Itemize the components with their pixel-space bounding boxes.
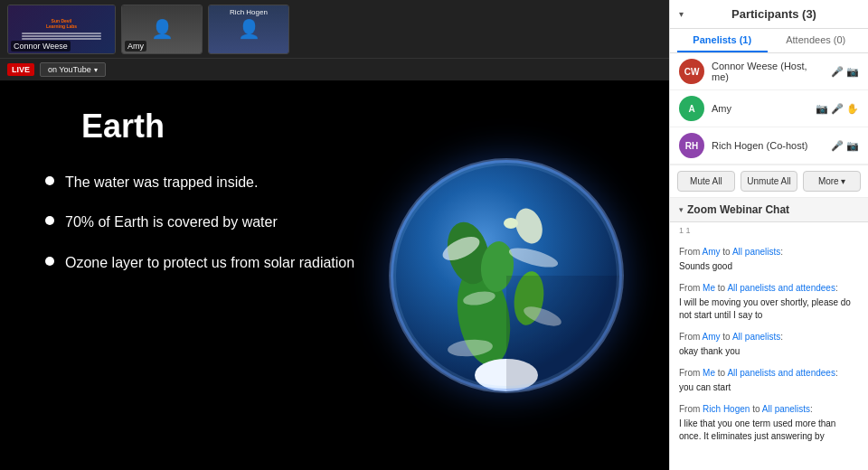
avatar-amy: A <box>679 96 704 121</box>
slide-thumb-label: Connor Weese <box>11 41 71 52</box>
icons-amy: 📷 🎤 ✋ <box>816 103 859 115</box>
chat-text-5: I like that you one term used more than … <box>679 418 859 443</box>
participants-title: Participants (3) <box>689 7 859 21</box>
tab-attendees[interactable]: Attendees (0) <box>771 29 862 52</box>
chat-title: Zoom Webinar Chat <box>687 203 789 216</box>
live-badge: LIVE <box>7 63 34 76</box>
chat-text-2: I will be moving you over shortly, pleas… <box>679 296 859 322</box>
chat-link-3[interactable]: All panelists <box>732 332 780 342</box>
chat-sender-rich: Rich Hogen <box>703 404 750 414</box>
chat-chevron-icon[interactable]: ▾ <box>679 205 684 214</box>
chat-link-4[interactable]: All panelists and attendees <box>727 368 835 378</box>
name-rich: Rich Hogen (Co-host) <box>712 140 824 151</box>
mic-muted-icon: 🎤 <box>831 66 844 78</box>
chat-sender-me-2: Me <box>703 368 715 378</box>
chat-numbers: 1 1 <box>670 222 868 239</box>
chat-sender-me-1: Me <box>703 283 715 293</box>
chat-header: ▾ Zoom Webinar Chat <box>670 198 868 222</box>
svg-point-7 <box>504 218 518 229</box>
hand-icon-amy: ✋ <box>846 103 859 115</box>
sidebar: ▾ Participants (3) Panelists (1) Attende… <box>669 0 868 470</box>
more-button[interactable]: More ▾ <box>803 171 861 192</box>
chat-from-4: From Me to All panelists and attendees: <box>679 367 859 380</box>
chat-sender-amy-2: Amy <box>703 332 721 342</box>
slide-area: Earth The water was trapped inside. 70% … <box>0 80 669 470</box>
chat-message-5: From Rich Hogen to All panelists: I like… <box>679 403 859 443</box>
amy-thumbnail[interactable]: 👤 Amy <box>121 5 203 54</box>
slide-content: Earth The water was trapped inside. 70% … <box>0 80 669 470</box>
slide-left: Earth The water was trapped inside. 70% … <box>27 99 371 452</box>
chat-from-2: From Me to All panelists and attendees: <box>679 282 859 295</box>
participants-chevron-icon[interactable]: ▾ <box>679 9 684 19</box>
controls-bar: Mute All Unmute All More ▾ <box>670 165 868 198</box>
participant-connor: CW Connor Weese (Host, me) 🎤 📷 <box>670 53 868 90</box>
video-bar: Sun DevilLearning Labs Connor Weese 👤 Am… <box>0 0 669 59</box>
rich-name-overlay: Rich Hogen <box>230 8 268 16</box>
participant-rich: RH Rich Hogen (Co-host) 🎤 📷 <box>670 127 868 164</box>
chat-text-4: you can start <box>679 381 859 394</box>
avatar-connor: CW <box>679 59 704 84</box>
camera-off-rich: 📷 <box>846 140 859 152</box>
avatar-rich: RH <box>679 133 704 158</box>
camera-off-icon: 📷 <box>846 66 859 78</box>
rich-thumbnail[interactable]: 👤 Rich Hogen <box>208 5 289 54</box>
icons-connor: 🎤 📷 <box>831 66 859 78</box>
slide-thumbnail[interactable]: Sun DevilLearning Labs Connor Weese <box>7 5 116 54</box>
chat-messages[interactable]: From Amy to All panelists: Sounds good F… <box>670 239 868 470</box>
chat-sender-amy-1: Amy <box>703 247 721 257</box>
chat-link-2[interactable]: All panelists and attendees <box>727 283 835 293</box>
chat-text-1: Sounds good <box>679 260 859 273</box>
slide-mini-title: Sun DevilLearning Labs <box>46 18 77 29</box>
icons-rich: 🎤 📷 <box>831 140 859 152</box>
name-connor: Connor Weese (Host, me) <box>712 61 824 82</box>
mute-all-button[interactable]: Mute All <box>677 171 735 192</box>
chat-from-5: From Rich Hogen to All panelists: <box>679 403 859 416</box>
chat-message-4: From Me to All panelists and attendees: … <box>679 367 859 394</box>
chat-message-3: From Amy to All panelists: okay thank yo… <box>679 331 859 358</box>
camera-on-icon: 📷 <box>816 103 828 115</box>
chat-text-3: okay thank you <box>679 345 859 358</box>
participants-tabs: Panelists (1) Attendees (0) <box>670 29 868 53</box>
bullet-dot-1 <box>45 176 54 185</box>
participant-amy: A Amy 📷 🎤 ✋ <box>670 90 868 127</box>
mic-muted-rich: 🎤 <box>831 140 844 152</box>
chat-link-5[interactable]: All panelists <box>762 404 810 414</box>
chat-from-3: From Amy to All panelists: <box>679 331 859 343</box>
participant-list: CW Connor Weese (Host, me) 🎤 📷 A Amy 📷 🎤… <box>670 53 868 165</box>
live-bar: LIVE on YouTube <box>0 59 669 80</box>
main-area: Sun DevilLearning Labs Connor Weese 👤 Am… <box>0 0 669 470</box>
chat-link-1[interactable]: All panelists <box>732 247 780 257</box>
bullet-1: The water was trapped inside. <box>45 173 371 193</box>
name-amy: Amy <box>712 103 808 114</box>
unmute-all-button[interactable]: Unmute All <box>741 171 798 192</box>
chat-message-2: From Me to All panelists and attendees: … <box>679 282 859 322</box>
youtube-badge[interactable]: on YouTube <box>40 62 106 77</box>
earth-globe <box>389 158 624 393</box>
amy-thumb-label: Amy <box>125 41 146 52</box>
slide-right <box>371 99 642 452</box>
chat-section: ▾ Zoom Webinar Chat 1 1 From Amy to All … <box>670 198 868 470</box>
participants-header: ▾ Participants (3) <box>670 0 868 29</box>
slide-title: Earth <box>81 108 371 146</box>
tab-panelists[interactable]: Panelists (1) <box>677 29 768 52</box>
slide-bullets: The water was trapped inside. 70% of Ear… <box>45 173 371 293</box>
bullet-2: 70% of Earth is covered by water <box>45 212 371 232</box>
mic-icon-amy: 🎤 <box>831 103 844 115</box>
bullet-dot-3 <box>45 257 54 266</box>
bullet-dot-2 <box>45 216 54 225</box>
bullet-3: Ozone layer to protect us from solar rad… <box>45 253 371 273</box>
chat-message-1: From Amy to All panelists: Sounds good <box>679 246 859 273</box>
chat-from-1: From Amy to All panelists: <box>679 246 859 258</box>
